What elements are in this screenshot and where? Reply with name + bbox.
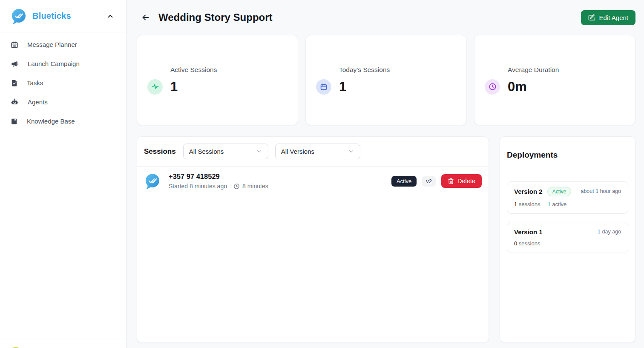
session-row[interactable]: +357 97 418529 Started 8 minutes ago 8 m… [137, 167, 489, 196]
deployment-card-version-1[interactable]: Version 1 1 day ago 0 sessions [507, 222, 628, 253]
version-time: 1 day ago [598, 228, 621, 235]
sidebar-item-label: Tasks [27, 79, 43, 86]
sidebar-item-label: Knowledge Base [27, 118, 75, 125]
content-row: Sessions All Sessions All Versions [137, 136, 635, 343]
version-active-count: 1 [547, 201, 550, 207]
calendar-icon [11, 41, 18, 49]
stat-value: 1 [339, 79, 346, 95]
sessions-filter-select[interactable]: All Sessions [183, 144, 268, 159]
sidebar-nav: Message Planner Launch Campaign Tasks Ag… [0, 32, 126, 131]
deployments-panel: Deployments Version 2 Active about 1 hou… [500, 136, 635, 343]
edit-agent-label: Edit Agent [599, 14, 628, 21]
task-file-icon [11, 79, 18, 87]
version-name: Version 1 [514, 228, 543, 236]
back-button[interactable] [139, 11, 152, 24]
calendar-icon [316, 79, 331, 95]
stat-value: 1 [170, 79, 178, 95]
version-time: about 1 hour ago [581, 188, 621, 194]
chevron-down-icon [348, 148, 354, 155]
stat-card-average-duration: Average Duration 0m [474, 35, 635, 125]
deployments-title: Deployments [507, 150, 628, 160]
stat-label: Today's Sessions [339, 66, 466, 74]
sidebar-logo-row: Blueticks [0, 0, 126, 32]
robot-icon [11, 98, 19, 106]
session-duration-text: 8 minutes [242, 183, 268, 190]
session-avatar [144, 173, 161, 190]
main-content: Wedding Story Support Edit Agent Active … [126, 0, 644, 348]
book-icon [11, 118, 18, 125]
clock-icon [233, 183, 240, 190]
sessions-title: Sessions [144, 147, 176, 156]
chevron-down-icon [256, 148, 262, 155]
delete-session-button[interactable]: Delete [441, 174, 482, 188]
session-started: Started 8 minutes ago [169, 183, 227, 190]
stat-card-todays-sessions: Today's Sessions 1 [305, 35, 467, 125]
session-version-badge: v2 [422, 176, 436, 187]
stat-label: Active Sessions [170, 66, 298, 74]
version-sessions-count: 0 [514, 240, 517, 247]
versions-filter-select[interactable]: All Versions [275, 144, 360, 159]
sidebar-item-tasks[interactable]: Tasks [0, 73, 126, 92]
sidebar-item-knowledge-base[interactable]: Knowledge Base [0, 112, 126, 131]
sessions-panel: Sessions All Sessions All Versions [137, 136, 489, 343]
stat-label: Average Duration [508, 66, 635, 74]
page-header: Wedding Story Support Edit Agent [137, 0, 635, 35]
deployment-card-version-2[interactable]: Version 2 Active about 1 hour ago 1 sess… [507, 181, 628, 214]
sidebar-item-label: Launch Campaign [28, 60, 80, 67]
sidebar-item-message-planner[interactable]: Message Planner [0, 35, 126, 54]
version-active-label: active [552, 201, 566, 207]
arrow-left-icon [141, 13, 150, 22]
chevron-up-icon [106, 12, 114, 20]
trash-icon [448, 178, 454, 184]
version-active-badge: Active [547, 187, 572, 196]
edit-agent-button[interactable]: Edit Agent [581, 10, 635, 25]
versions-filter-value: All Versions [281, 148, 314, 155]
sidebar-footer [0, 339, 126, 348]
blueticks-logo-icon [10, 8, 27, 25]
delete-button-label: Delete [457, 178, 475, 184]
sessions-header: Sessions All Sessions All Versions [137, 137, 489, 167]
sessions-filter-value: All Sessions [189, 148, 224, 155]
activity-icon [147, 79, 163, 95]
sidebar-item-agents[interactable]: Agents [0, 92, 126, 112]
version-name: Version 2 [514, 188, 543, 195]
megaphone-icon [11, 60, 19, 68]
sidebar-collapse-button[interactable] [105, 11, 116, 22]
stat-value: 0m [508, 79, 527, 95]
version-sessions-count: 1 [514, 201, 517, 207]
brand-name: Blueticks [32, 11, 71, 21]
version-sessions-label: sessions [519, 240, 540, 247]
stats-row: Active Sessions 1 Today's Sessions 1 Ave… [137, 35, 635, 125]
sidebar: Blueticks Message Planner Launch Campaig… [0, 0, 126, 348]
clock-icon [485, 79, 500, 95]
page-title: Wedding Story Support [158, 12, 273, 23]
sidebar-item-label: Message Planner [27, 41, 77, 48]
version-sessions-label: sessions [519, 201, 540, 207]
sidebar-item-launch-campaign[interactable]: Launch Campaign [0, 54, 126, 73]
session-phone: +357 97 418529 [169, 173, 268, 181]
session-status-badge: Active [391, 176, 417, 187]
stat-card-active-sessions: Active Sessions 1 [137, 35, 298, 125]
sidebar-item-label: Agents [28, 98, 48, 106]
edit-pencil-icon [588, 14, 595, 21]
